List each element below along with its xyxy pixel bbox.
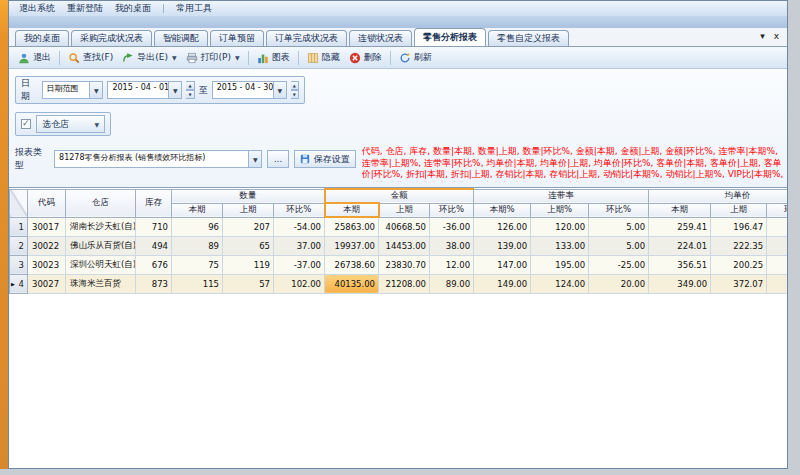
column-header[interactable]: 环比%	[767, 203, 787, 217]
row-selector[interactable]: 4	[10, 274, 28, 293]
table-cell[interactable]: 21208.00	[379, 274, 430, 293]
column-header[interactable]: 本期	[325, 203, 379, 217]
refresh-button[interactable]: 刷新	[395, 49, 436, 66]
table-cell[interactable]: 1.00	[767, 236, 787, 255]
table-cell[interactable]: 224.01	[649, 236, 711, 255]
tab-my-desktop[interactable]: 我的桌面	[15, 30, 69, 46]
column-header[interactable]: 本期	[172, 203, 223, 217]
chevron-down-icon[interactable]: ▼	[168, 82, 181, 98]
menu-item-my-desktop[interactable]: 我的桌面	[115, 2, 151, 15]
more-options-button[interactable]: ...	[267, 150, 288, 168]
table-cell[interactable]: 23830.70	[379, 255, 430, 274]
select-all-corner[interactable]	[10, 189, 28, 217]
cell-code[interactable]: 30017	[28, 217, 66, 236]
table-cell[interactable]: 133.00	[531, 236, 589, 255]
column-header[interactable]: 环比%	[274, 203, 325, 217]
tab-list-dropdown-icon[interactable]: ▾	[760, 31, 765, 41]
find-button[interactable]: 查找(F)	[64, 49, 117, 66]
table-cell[interactable]: 115	[172, 274, 223, 293]
table-cell[interactable]: 26738.60	[325, 255, 379, 274]
table-cell[interactable]: 196.47	[711, 217, 767, 236]
chart-button[interactable]: 图表	[253, 49, 294, 66]
print-button[interactable]: 打印(P) ▼	[182, 49, 244, 66]
column-header[interactable]: 本期%	[474, 203, 531, 217]
cell-code[interactable]: 30022	[28, 236, 66, 255]
table-cell[interactable]: 222.35	[711, 236, 767, 255]
table-cell[interactable]: 37.00	[274, 236, 325, 255]
menu-item-common-tools[interactable]: 常用工具	[176, 2, 212, 15]
date-mode-select[interactable]: 日期范围 ▼	[42, 81, 104, 99]
table-cell[interactable]: 96	[172, 217, 223, 236]
table-cell[interactable]: 259.41	[649, 217, 711, 236]
table-cell[interactable]: -6.00	[767, 274, 787, 293]
tab-retail-analysis-report[interactable]: 零售分析报表	[414, 28, 486, 46]
tab-close-icon[interactable]: x	[774, 31, 779, 41]
date-to-input[interactable]: 2015 - 04 - 30 ▼	[212, 81, 287, 99]
table-cell[interactable]: 32.00	[767, 217, 787, 236]
date-from-spinner[interactable]: ▲▼	[186, 81, 194, 99]
column-header[interactable]: 上期	[379, 203, 430, 217]
tab-purchase-completion[interactable]: 采购完成状况表	[71, 30, 152, 46]
spin-up-icon[interactable]: ▲	[291, 81, 299, 90]
export-button[interactable]: 导出(E) ▼	[118, 49, 180, 66]
table-row[interactable]: 130017湖南长沙天虹(自)71096207-54.0025863.00406…	[10, 217, 788, 236]
store-filter-checkbox[interactable]	[21, 119, 31, 129]
save-settings-button[interactable]: 保存设置	[294, 150, 356, 168]
table-cell[interactable]: 372.07	[711, 274, 767, 293]
column-header-store[interactable]: 仓店	[66, 189, 136, 217]
cell-inventory[interactable]: 494	[136, 236, 172, 255]
date-to-spinner[interactable]: ▲▼	[291, 81, 299, 99]
export-dropdown-icon[interactable]: ▼	[172, 54, 177, 61]
table-cell[interactable]: 120.00	[531, 217, 589, 236]
column-header[interactable]: 本期	[649, 203, 711, 217]
column-header[interactable]: 上期%	[531, 203, 589, 217]
column-header[interactable]: 环比%	[589, 203, 649, 217]
cell-inventory[interactable]: 873	[136, 274, 172, 293]
table-cell[interactable]: -25.00	[589, 255, 649, 274]
cell-inventory[interactable]: 710	[136, 217, 172, 236]
table-cell[interactable]: 75	[172, 255, 223, 274]
tab-order-completion[interactable]: 订单完成状况表	[266, 30, 347, 46]
column-header[interactable]: 环比%	[430, 203, 474, 217]
chevron-down-icon[interactable]: ▼	[273, 82, 286, 98]
menu-item-exit-system[interactable]: 退出系统	[19, 2, 55, 15]
column-group-header[interactable]: 数量	[172, 189, 325, 203]
table-cell[interactable]: 102.00	[274, 274, 325, 293]
column-header-code[interactable]: 代码	[28, 189, 66, 217]
table-row[interactable]: 230022佛山乐从百货(自)494896537.0019937.0014453…	[10, 236, 788, 255]
cell-code[interactable]: 30027	[28, 274, 66, 293]
column-header[interactable]: 上期	[711, 203, 767, 217]
table-cell[interactable]: 147.00	[474, 255, 531, 274]
hide-button[interactable]: 隐藏	[303, 49, 344, 66]
table-cell[interactable]: 12.00	[430, 255, 474, 274]
table-cell[interactable]: 126.00	[474, 217, 531, 236]
cell-code[interactable]: 30023	[28, 255, 66, 274]
date-from-input[interactable]: 2015 - 04 - 01 ▼	[107, 81, 182, 99]
table-cell[interactable]: 139.00	[474, 236, 531, 255]
cell-store[interactable]: 珠海米兰百货	[66, 274, 136, 293]
chevron-down-icon[interactable]: ▼	[89, 82, 102, 98]
table-cell[interactable]: -37.00	[274, 255, 325, 274]
table-cell[interactable]: 5.00	[589, 217, 649, 236]
spin-down-icon[interactable]: ▼	[291, 90, 299, 99]
table-cell[interactable]: 349.00	[649, 274, 711, 293]
cell-store[interactable]: 深圳公明天虹(自)	[66, 255, 136, 274]
column-header[interactable]: 上期	[223, 203, 274, 217]
row-selector[interactable]: 1	[10, 217, 28, 236]
table-cell[interactable]: 40668.50	[379, 217, 430, 236]
tab-retail-custom-report[interactable]: 零售自定义报表	[488, 30, 569, 46]
table-cell[interactable]: 119	[223, 255, 274, 274]
row-selector[interactable]: 3	[10, 255, 28, 274]
row-selector[interactable]: 2	[10, 236, 28, 255]
table-cell[interactable]: 124.00	[531, 274, 589, 293]
cell-store[interactable]: 湖南长沙天虹(自)	[66, 217, 136, 236]
table-cell[interactable]: 19937.00	[325, 236, 379, 255]
table-cell[interactable]: -36.00	[430, 217, 474, 236]
column-group-header[interactable]: 金额	[325, 189, 474, 203]
table-cell[interactable]: 65	[223, 236, 274, 255]
table-row[interactable]: 330023深圳公明天虹(自)67675119-37.0026738.60238…	[10, 255, 788, 274]
table-row[interactable]: 430027珠海米兰百货87311557102.0040135.0021208.…	[10, 274, 788, 293]
delete-button[interactable]: 删除	[345, 49, 386, 66]
table-cell[interactable]: 38.00	[430, 236, 474, 255]
print-dropdown-icon[interactable]: ▼	[235, 54, 240, 61]
